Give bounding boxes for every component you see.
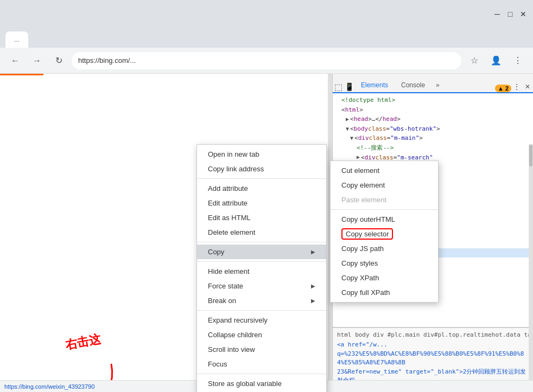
tree-line[interactable]: ▼ <body class="wbs-hotrank"> xyxy=(333,124,533,134)
menu-item-edit-attribute[interactable]: Edit attribute xyxy=(197,196,326,210)
breadcrumb: html body div #plc.main div#pl.top.realt… xyxy=(335,330,531,339)
tree-line[interactable]: <!--搜索--> xyxy=(333,143,533,153)
tab-elements[interactable]: Elements xyxy=(354,78,395,93)
browser-tab[interactable]: ... xyxy=(5,31,28,48)
devtools-scrollbar[interactable] xyxy=(529,144,533,380)
tree-line[interactable]: <!doctype html> xyxy=(333,95,533,105)
browser-window: ─ □ ✕ ... ← → ↻ ☆ 👤 ⋮ ⬚ xyxy=(0,0,533,392)
submenu-item-cut-element[interactable]: Cut element xyxy=(331,163,438,178)
submenu-item-copy-js-path[interactable]: Copy JS path xyxy=(331,241,438,256)
submenu-item-copy-styles[interactable]: Copy styles xyxy=(331,256,438,271)
menu-item-force-state[interactable]: Force state ▶ xyxy=(197,279,326,293)
submenu-item-copy-selector[interactable]: Copy selector xyxy=(331,227,438,241)
menu-item-open-new-tab[interactable]: Open in new tab xyxy=(197,147,326,162)
menu-separator xyxy=(197,261,326,262)
tab-console[interactable]: Console xyxy=(395,78,432,92)
submenu-item-copy-xpath[interactable]: Copy XPath xyxy=(331,271,438,285)
menu-item-add-attribute[interactable]: Add attribute xyxy=(197,181,326,196)
address-input[interactable] xyxy=(72,52,461,69)
window-controls: ─ □ ✕ xyxy=(493,10,528,18)
tab-bar: ... xyxy=(0,28,533,48)
submenu-item-copy-outerhtml[interactable]: Copy outerHTML xyxy=(331,212,438,227)
copy-submenu: Cut element Copy element Paste element C… xyxy=(330,160,439,303)
menu-item-copy-link-address[interactable]: Copy link address xyxy=(197,162,326,176)
menu-item-hide-element[interactable]: Hide element xyxy=(197,264,326,279)
submenu-item-paste-element: Paste element xyxy=(331,192,438,207)
device-toggle-icon[interactable]: 📱 xyxy=(344,81,354,92)
maximize-button[interactable]: □ xyxy=(506,10,515,18)
menu-item-collapse-children[interactable]: Collapse children xyxy=(197,327,326,342)
menu-separator xyxy=(197,374,326,374)
context-menu: Open in new tab Copy link address Add at… xyxy=(196,144,327,392)
tab-more[interactable]: » xyxy=(432,78,444,92)
reload-button[interactable]: ↻ xyxy=(50,52,67,69)
tree-line[interactable]: <html> xyxy=(333,105,533,115)
menu-item-focus[interactable]: Focus xyxy=(197,357,326,371)
submenu-item-copy-element[interactable]: Copy element xyxy=(331,178,438,192)
menu-item-expand-recursively[interactable]: Expand recursively xyxy=(197,313,326,327)
menu-item-delete-element[interactable]: Delete element xyxy=(197,225,326,240)
forward-button[interactable]: → xyxy=(28,52,46,69)
minimize-button[interactable]: ─ xyxy=(493,10,502,18)
title-bar: ─ □ ✕ xyxy=(0,0,533,28)
menu-button[interactable]: ⋮ xyxy=(509,52,526,69)
close-button[interactable]: ✕ xyxy=(519,10,528,18)
tree-line[interactable]: ▼ <div class="m-main"> xyxy=(333,133,533,143)
menu-item-copy[interactable]: Copy ▶ xyxy=(197,245,326,259)
menu-separator xyxy=(197,178,326,179)
menu-item-edit-as-html[interactable]: Edit as HTML xyxy=(197,210,326,225)
menu-item-break-on[interactable]: Break on ▶ xyxy=(197,293,326,308)
status-url: https://bing.com/weixin_43923790 xyxy=(4,383,94,390)
element-picker-icon[interactable]: ⬚ xyxy=(333,81,344,92)
menu-item-scroll-into-view[interactable]: Scroll into view xyxy=(197,342,326,357)
tab-label: ... xyxy=(14,36,20,43)
bookmark-button[interactable]: ☆ xyxy=(466,52,483,69)
menu-separator xyxy=(331,209,438,210)
menu-separator xyxy=(197,242,326,242)
back-button[interactable]: ← xyxy=(7,52,24,69)
menu-item-store-global-variable[interactable]: Store as global variable xyxy=(197,376,326,391)
account-button[interactable]: 👤 xyxy=(487,52,505,69)
devtools-tabs: ⬚ 📱 Elements Console » ▲ 2 ⋮ ✕ xyxy=(333,74,533,93)
tree-line[interactable]: ▶ <head>…</head> xyxy=(333,114,533,124)
address-bar: ← → ↻ ☆ 👤 ⋮ xyxy=(0,48,533,74)
submenu-item-copy-full-xpath[interactable]: Copy full XPath xyxy=(331,285,438,300)
devtools-close-icon[interactable]: ✕ xyxy=(522,81,533,92)
tab-indicator xyxy=(0,74,43,75)
main-area: ⬚ 📱 Elements Console » ▲ 2 ⋮ ✕ <!doctype… xyxy=(0,74,533,392)
menu-separator xyxy=(197,310,326,311)
warning-badge: ▲ 2 xyxy=(495,85,511,92)
devtools-more-icon[interactable]: ⋮ xyxy=(511,81,522,92)
